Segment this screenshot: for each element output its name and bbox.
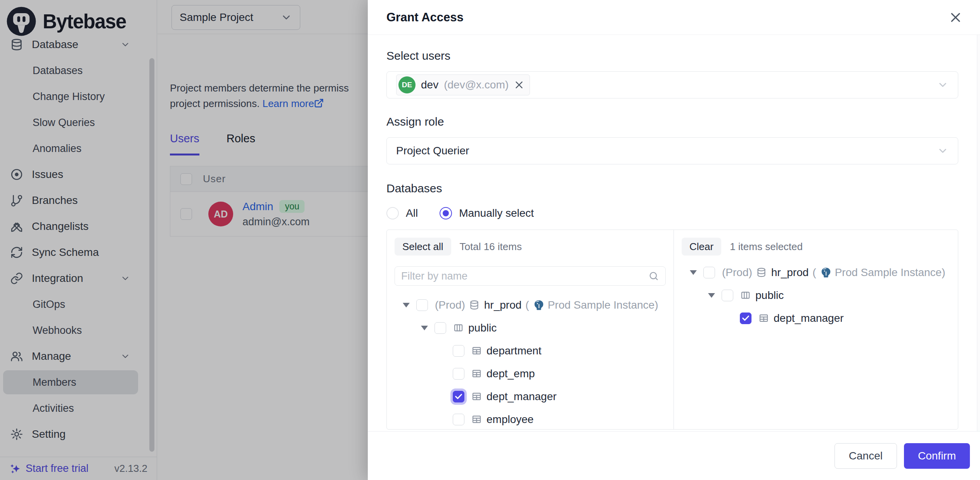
filter-box xyxy=(395,266,666,286)
transfer-source-panel: Select all Total 16 items (Prod)hr_prod(… xyxy=(387,230,674,429)
tree-node[interactable]: department xyxy=(395,339,666,362)
radio-circle xyxy=(440,207,452,219)
schema-icon xyxy=(740,290,751,300)
select-users-label: Select users xyxy=(386,49,958,63)
database-icon xyxy=(756,267,767,278)
remove-user-icon[interactable] xyxy=(514,80,524,90)
chevron-down-icon xyxy=(937,79,949,91)
pg-icon xyxy=(820,267,832,278)
tree-node[interactable]: dept_manager xyxy=(395,385,666,408)
select-all-button[interactable]: Select all xyxy=(395,238,451,256)
databases-label: Databases xyxy=(386,181,958,195)
tree-checkbox[interactable] xyxy=(453,391,464,402)
cancel-button[interactable]: Cancel xyxy=(835,443,897,469)
tree-node-name: dept_manager xyxy=(487,390,557,403)
tree-node-annotation: Prod Sample Instance) xyxy=(835,266,945,279)
radio-all[interactable]: All xyxy=(386,207,418,219)
table-icon xyxy=(471,368,482,379)
tree-node-annotation: (Prod) xyxy=(722,266,752,279)
table-icon xyxy=(758,313,769,323)
tree-node-name: hr_prod xyxy=(771,266,809,279)
confirm-button[interactable]: Confirm xyxy=(904,443,970,469)
assign-role-label: Assign role xyxy=(386,115,958,129)
modal-body: Select users DE dev (dev@x.com) Assign r… xyxy=(386,35,958,431)
table-icon xyxy=(471,391,482,402)
table-icon xyxy=(471,345,482,356)
tree-node-annotation: ( xyxy=(525,299,529,311)
modal-footer: Cancel Confirm xyxy=(368,431,980,480)
tree-node-name: hr_prod xyxy=(484,299,522,311)
user-chip-name: dev xyxy=(421,79,438,91)
modal-title: Grant Access xyxy=(386,10,464,24)
assign-role-value: Project Querier xyxy=(396,145,469,157)
tree-node-annotation: ( xyxy=(812,266,816,279)
tree-node-name: dept_emp xyxy=(487,368,535,380)
caret-down-icon[interactable] xyxy=(707,293,716,298)
database-icon xyxy=(469,300,480,310)
chevron-down-icon xyxy=(937,145,949,157)
target-tree: (Prod)hr_prod(Prod Sample Instance)publi… xyxy=(682,261,950,330)
tree-node-name: public xyxy=(468,322,497,334)
tree-node[interactable]: public xyxy=(682,284,950,307)
close-icon[interactable] xyxy=(949,11,962,24)
tree-checkbox[interactable] xyxy=(435,322,446,334)
radio-manually-select[interactable]: Manually select xyxy=(440,207,534,219)
tree-checkbox[interactable] xyxy=(722,290,733,301)
source-tree: (Prod)hr_prod(Prod Sample Instance)publi… xyxy=(395,294,666,429)
tree-checkbox[interactable] xyxy=(740,313,751,324)
tree-checkbox[interactable] xyxy=(703,267,715,278)
tree-checkbox[interactable] xyxy=(453,345,464,357)
tree-node-annotation: (Prod) xyxy=(435,299,465,311)
tree-node-name: employee xyxy=(487,413,533,426)
selected-count-label: 1 items selected xyxy=(730,241,803,253)
tree-node-annotation: Prod Sample Instance) xyxy=(548,299,658,311)
modal-header: Grant Access xyxy=(368,0,980,35)
transfer-target-panel: Clear 1 items selected (Prod)hr_prod(Pro… xyxy=(674,230,958,429)
table-icon xyxy=(471,414,482,425)
tree-checkbox[interactable] xyxy=(453,414,464,425)
tree-node-name: department xyxy=(487,345,542,357)
tree-checkbox[interactable] xyxy=(416,299,428,311)
tree-node-name: dept_manager xyxy=(774,312,844,325)
database-scope-radios: All Manually select xyxy=(386,205,958,221)
schema-icon xyxy=(453,323,464,333)
tree-checkbox[interactable] xyxy=(453,368,464,380)
caret-down-icon[interactable] xyxy=(689,270,698,275)
database-transfer: Select all Total 16 items (Prod)hr_prod(… xyxy=(386,230,958,430)
user-chip-avatar: DE xyxy=(398,76,416,93)
radio-circle xyxy=(386,207,399,219)
caret-down-icon[interactable] xyxy=(420,326,429,330)
clear-button[interactable]: Clear xyxy=(682,238,721,256)
caret-down-icon[interactable] xyxy=(402,303,411,307)
tree-node[interactable]: employee xyxy=(395,408,666,429)
modal-scrollbar[interactable] xyxy=(977,35,980,431)
search-icon xyxy=(648,271,659,281)
assign-role-select[interactable]: Project Querier xyxy=(386,137,958,164)
grant-access-modal: Grant Access Select users DE dev (dev@x.… xyxy=(368,0,980,480)
user-chip-email: (dev@x.com) xyxy=(444,79,509,91)
tree-node[interactable]: (Prod)hr_prod(Prod Sample Instance) xyxy=(395,294,666,316)
select-users-input[interactable]: DE dev (dev@x.com) xyxy=(386,71,958,98)
source-count-label: Total 16 items xyxy=(460,241,522,253)
filter-input[interactable] xyxy=(401,270,648,282)
tree-node[interactable]: (Prod)hr_prod(Prod Sample Instance) xyxy=(682,261,950,284)
pg-icon xyxy=(533,299,545,311)
tree-node-name: public xyxy=(755,289,784,302)
tree-node[interactable]: dept_emp xyxy=(395,362,666,385)
tree-node[interactable]: dept_manager xyxy=(682,307,950,330)
selected-user-chip: DE dev (dev@x.com) xyxy=(396,74,530,95)
tree-node[interactable]: public xyxy=(395,316,666,339)
